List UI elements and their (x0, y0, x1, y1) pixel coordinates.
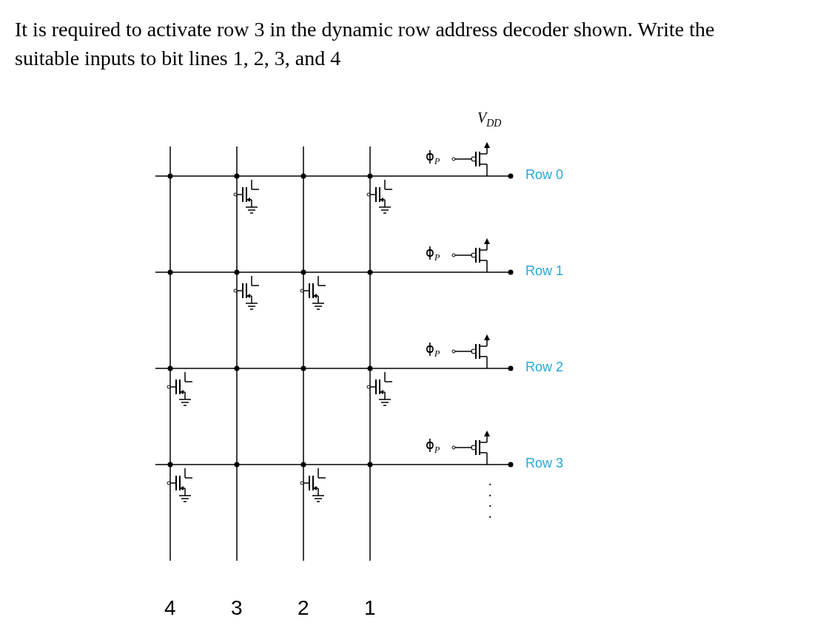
pmos-row1 (452, 238, 490, 272)
circuit-svg (126, 102, 718, 620)
vdd-label: VDD (477, 109, 501, 129)
pmos-row3 (452, 431, 490, 465)
nmos-row2-bit1 (367, 372, 392, 405)
nmos-row2-bit4 (167, 372, 192, 405)
circuit-diagram: VDD ϕP ϕP ϕP ϕP Row 0 Row 1 Row 2 Row 3 … (126, 102, 718, 620)
phi-label-1: ϕP (426, 244, 440, 263)
vdd-sub: DD (486, 118, 501, 129)
question-line2: suitable inputs to bit lines 1, 2, 3, an… (15, 47, 340, 70)
nmos-row3-bit2 (300, 468, 326, 502)
pmos-row0 (452, 142, 490, 176)
question-text: It is required to activate row 3 in the … (15, 15, 840, 72)
row-label-0: Row 0 (525, 167, 563, 183)
bitline-label-3: 3 (231, 596, 243, 620)
nmos-row1-bit2 (300, 276, 326, 309)
continuation-dots: ···· (488, 479, 492, 522)
question-line1: It is required to activate row 3 in the … (15, 18, 714, 41)
nmos-row0-bit1 (367, 180, 392, 213)
phi-label-3: ϕP (426, 436, 440, 456)
bitline-label-4: 4 (164, 596, 176, 620)
row-label-3: Row 3 (525, 456, 563, 471)
row-label-2: Row 2 (525, 360, 563, 375)
phi-label-2: ϕP (426, 340, 440, 360)
bitline-label-2: 2 (298, 596, 309, 620)
nmos-row3-bit4 (167, 468, 192, 502)
bitline-label-1: 1 (364, 596, 376, 620)
nmos-row0-bit3 (234, 180, 259, 213)
vdd-v: V (477, 109, 486, 126)
nmos-row1-bit3 (234, 276, 259, 309)
pmos-row2 (452, 334, 490, 368)
row-label-1: Row 1 (525, 263, 563, 279)
phi-label-0: ϕP (426, 148, 440, 167)
